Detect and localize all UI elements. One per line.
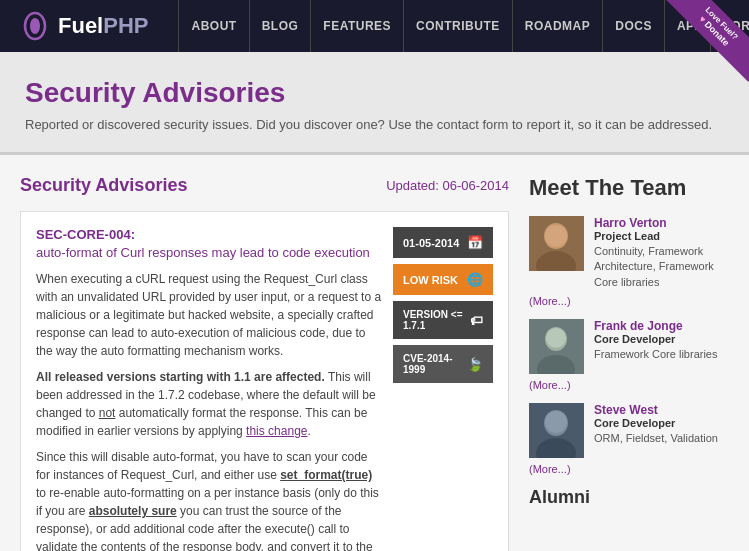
cve-badge[interactable]: CVE-2014-1999 🍃 bbox=[393, 345, 493, 383]
team-role-steve: Core Developer bbox=[594, 417, 729, 429]
team-desc-steve: ORM, Fieldset, Validation bbox=[594, 431, 729, 446]
advisory-title-text: auto-format of Curl responses may lead t… bbox=[36, 245, 370, 260]
team-member-steve: Steve West Core Developer ORM, Fieldset,… bbox=[529, 403, 729, 458]
right-sidebar: Meet The Team Harro Verton Project Lead … bbox=[529, 175, 729, 551]
svg-point-1 bbox=[30, 18, 40, 34]
team-info-harro: Harro Verton Project Lead Continuity, Fr… bbox=[594, 216, 729, 290]
team-role-frank: Core Developer bbox=[594, 333, 729, 345]
risk-badge[interactable]: LOW RISK 🌐 bbox=[393, 264, 493, 295]
nav-features[interactable]: FEATURES bbox=[311, 0, 404, 52]
logo-fuel: Fuel bbox=[58, 13, 103, 39]
tag-icon: 🏷 bbox=[470, 313, 483, 328]
more-link-steve[interactable]: (More...) bbox=[529, 463, 729, 475]
alumni-title: Alumni bbox=[529, 487, 729, 508]
nav-contribute[interactable]: CONTRIBUTE bbox=[404, 0, 513, 52]
cve-badge-text: CVE-2014-1999 bbox=[403, 353, 467, 375]
advisory-card: SEC-CORE-004: auto-format of Curl respon… bbox=[20, 211, 509, 551]
logo-php: PHP bbox=[103, 13, 148, 39]
version-badge-text: VERSION <= 1.7.1 bbox=[403, 309, 470, 331]
team-name-harro[interactable]: Harro Verton bbox=[594, 216, 729, 230]
leaf-icon: 🍃 bbox=[467, 357, 483, 372]
team-role-harro: Project Lead bbox=[594, 230, 729, 242]
date-badge-text: 01-05-2014 bbox=[403, 237, 459, 249]
header: FuelPHP ABOUT BLOG FEATURES CONTRIBUTE R… bbox=[0, 0, 749, 52]
advisory-para1: When executing a cURL request using the … bbox=[36, 270, 383, 360]
page-title: Security Advisories bbox=[25, 77, 724, 109]
team-desc-frank: Framework Core libraries bbox=[594, 347, 729, 362]
logo[interactable]: FuelPHP bbox=[20, 11, 148, 41]
advisory-para3: Since this will disable auto-format, you… bbox=[36, 448, 383, 551]
badges-column: 01-05-2014 📅 LOW RISK 🌐 VERSION <= 1.7.1… bbox=[393, 227, 493, 551]
svg-point-9 bbox=[546, 328, 566, 348]
risk-badge-text: LOW RISK bbox=[403, 274, 458, 286]
svg-point-13 bbox=[545, 411, 567, 433]
logo-icon bbox=[20, 11, 50, 41]
avatar-steve bbox=[529, 403, 584, 458]
nav-roadmap[interactable]: ROADMAP bbox=[513, 0, 604, 52]
updated-date: Updated: 06-06-2014 bbox=[386, 178, 509, 193]
team-info-frank: Frank de Jonge Core Developer Framework … bbox=[594, 319, 729, 374]
team-member-harro: Harro Verton Project Lead Continuity, Fr… bbox=[529, 216, 729, 290]
donate-button[interactable]: Love Fuel? ♥ Donate bbox=[664, 0, 749, 82]
calendar-icon: 📅 bbox=[467, 235, 483, 250]
this-change-link[interactable]: this change bbox=[246, 424, 307, 438]
page-title-section: Security Advisories Reported or discover… bbox=[0, 52, 749, 155]
globe-icon: 🌐 bbox=[467, 272, 483, 287]
donate-ribbon: Love Fuel? ♥ Donate bbox=[664, 0, 749, 85]
more-link-harro[interactable]: (More...) bbox=[529, 295, 729, 307]
nav-blog[interactable]: BLOG bbox=[250, 0, 312, 52]
team-member-frank: Frank de Jonge Core Developer Framework … bbox=[529, 319, 729, 374]
more-link-frank[interactable]: (More...) bbox=[529, 379, 729, 391]
page-subtitle: Reported or discovered security issues. … bbox=[25, 117, 724, 132]
main-content: Security Advisories Updated: 06-06-2014 … bbox=[0, 155, 749, 551]
advisory-id: SEC-CORE-004: bbox=[36, 227, 135, 242]
advisory-title: SEC-CORE-004: auto-format of Curl respon… bbox=[36, 227, 383, 260]
team-info-steve: Steve West Core Developer ORM, Fieldset,… bbox=[594, 403, 729, 458]
team-name-steve[interactable]: Steve West bbox=[594, 403, 729, 417]
date-badge[interactable]: 01-05-2014 📅 bbox=[393, 227, 493, 258]
svg-point-5 bbox=[545, 225, 567, 247]
team-name-frank[interactable]: Frank de Jonge bbox=[594, 319, 729, 333]
meet-team-title: Meet The Team bbox=[529, 175, 729, 201]
avatar-frank bbox=[529, 319, 584, 374]
section-header: Security Advisories Updated: 06-06-2014 bbox=[20, 175, 509, 196]
nav-docs[interactable]: DOCS bbox=[603, 0, 665, 52]
avatar-harro bbox=[529, 216, 584, 271]
team-desc-harro: Continuity, Framework Architecture, Fram… bbox=[594, 244, 729, 290]
advisory-para2: All released versions starting with 1.1 … bbox=[36, 368, 383, 440]
section-title: Security Advisories bbox=[20, 175, 187, 196]
version-badge[interactable]: VERSION <= 1.7.1 🏷 bbox=[393, 301, 493, 339]
left-column: Security Advisories Updated: 06-06-2014 … bbox=[20, 175, 509, 551]
nav-about[interactable]: ABOUT bbox=[178, 0, 249, 52]
